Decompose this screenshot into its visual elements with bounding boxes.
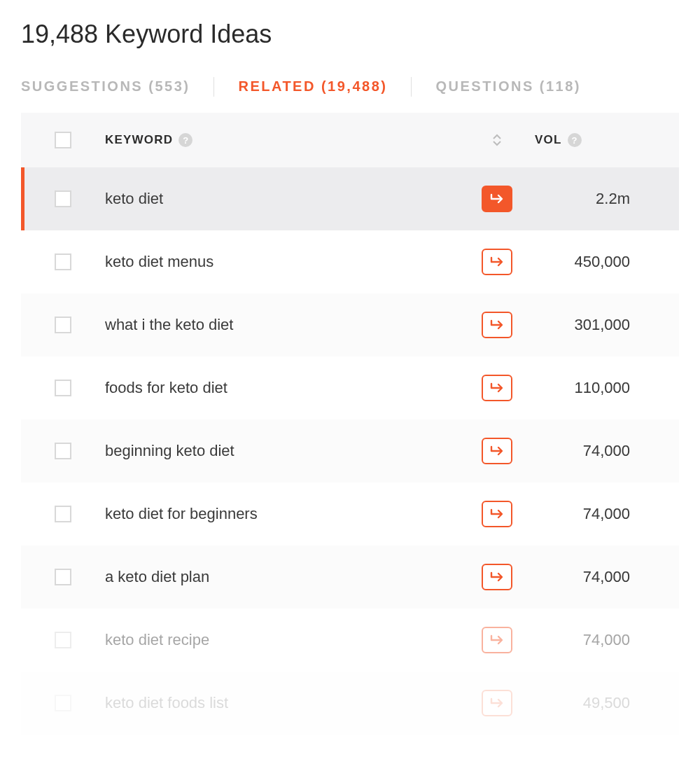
table-row[interactable]: foods for keto diet110,000: [21, 356, 679, 419]
volume-value: 2.2m: [518, 190, 679, 208]
expand-button[interactable]: [482, 690, 512, 716]
row-checkbox[interactable]: [55, 253, 71, 270]
table-row[interactable]: keto diet menus450,000: [21, 230, 679, 293]
table-row[interactable]: beginning keto diet74,000: [21, 419, 679, 482]
tab-related[interactable]: RELATED (19,488): [238, 76, 387, 97]
row-checkbox[interactable]: [55, 380, 71, 396]
table-header: KEYWORD ? VOL ?: [21, 113, 679, 167]
row-checkbox[interactable]: [55, 632, 71, 648]
volume-value: 74,000: [518, 442, 679, 460]
volume-value: 301,000: [518, 316, 679, 334]
expand-button[interactable]: [482, 627, 512, 653]
tab-divider: [214, 77, 214, 97]
help-icon[interactable]: ?: [568, 133, 582, 147]
table-row[interactable]: keto diet recipe74,000: [21, 609, 679, 672]
tab-divider: [411, 77, 412, 97]
keyword-text: foods for keto diet: [105, 379, 227, 397]
expand-button[interactable]: [482, 375, 512, 401]
table-row[interactable]: keto diet2.2m: [21, 167, 679, 230]
volume-value: 74,000: [518, 568, 679, 586]
table-row[interactable]: what i the keto diet301,000: [21, 293, 679, 356]
select-all-checkbox[interactable]: [55, 132, 71, 148]
help-icon[interactable]: ?: [178, 133, 192, 147]
volume-value: 74,000: [518, 631, 679, 649]
keyword-text: what i the keto diet: [105, 316, 233, 334]
page-title: 19,488 Keyword Ideas: [21, 20, 679, 49]
tab-questions[interactable]: QUESTIONS (118): [435, 76, 581, 97]
table-row[interactable]: keto diet for beginners74,000: [21, 482, 679, 546]
expand-button[interactable]: [482, 501, 512, 527]
row-checkbox[interactable]: [55, 506, 71, 522]
keyword-text: keto diet foods list: [105, 694, 228, 712]
keyword-text: keto diet recipe: [105, 631, 209, 649]
expand-button[interactable]: [482, 438, 512, 464]
keyword-text: keto diet: [105, 190, 163, 208]
expand-button[interactable]: [482, 249, 512, 275]
volume-value: 450,000: [518, 253, 679, 271]
volume-value: 110,000: [518, 379, 679, 397]
tabs: SUGGESTIONS (553) RELATED (19,488) QUEST…: [21, 76, 679, 97]
table-row[interactable]: a keto diet plan74,000: [21, 546, 679, 609]
volume-value: 74,000: [518, 505, 679, 523]
expand-button[interactable]: [482, 564, 512, 590]
column-vol-label: VOL: [535, 133, 562, 147]
keyword-text: keto diet menus: [105, 253, 214, 271]
expand-button[interactable]: [482, 312, 512, 338]
row-checkbox[interactable]: [55, 695, 71, 711]
row-checkbox[interactable]: [55, 190, 71, 207]
table-row[interactable]: keto diet foods list49,500: [21, 672, 679, 735]
expand-button[interactable]: [482, 186, 512, 212]
volume-value: 49,500: [518, 694, 679, 712]
keyword-text: beginning keto diet: [105, 442, 234, 460]
column-keyword-label: KEYWORD: [105, 133, 173, 147]
keyword-table: KEYWORD ? VOL ? keto diet2.2mketo diet m…: [21, 113, 679, 735]
sort-keyword[interactable]: [492, 134, 502, 146]
row-checkbox[interactable]: [55, 569, 71, 585]
row-checkbox[interactable]: [55, 317, 71, 333]
keyword-text: keto diet for beginners: [105, 505, 258, 523]
keyword-text: a keto diet plan: [105, 568, 209, 586]
row-checkbox[interactable]: [55, 443, 71, 459]
tab-suggestions[interactable]: SUGGESTIONS (553): [21, 76, 190, 97]
